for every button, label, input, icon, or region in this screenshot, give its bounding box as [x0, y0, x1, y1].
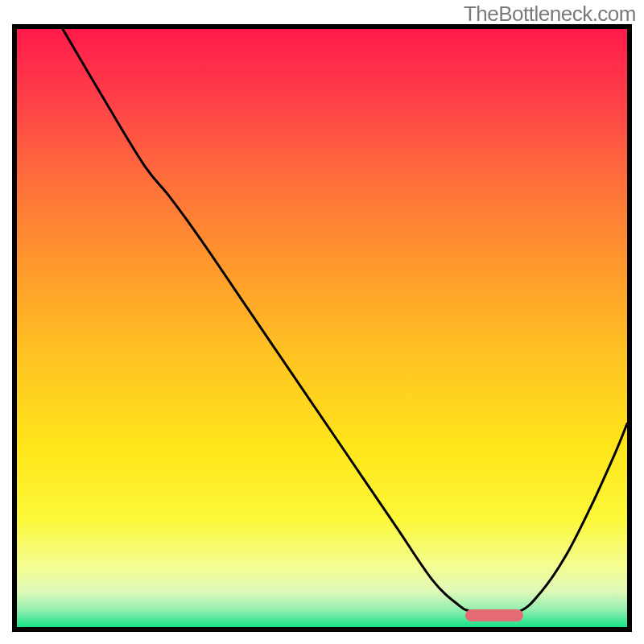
watermark-label: TheBottleneck.com — [464, 2, 636, 27]
bottleneck-curve — [17, 29, 627, 627]
recommended-range-marker — [465, 609, 523, 621]
chart-frame — [12, 24, 632, 632]
